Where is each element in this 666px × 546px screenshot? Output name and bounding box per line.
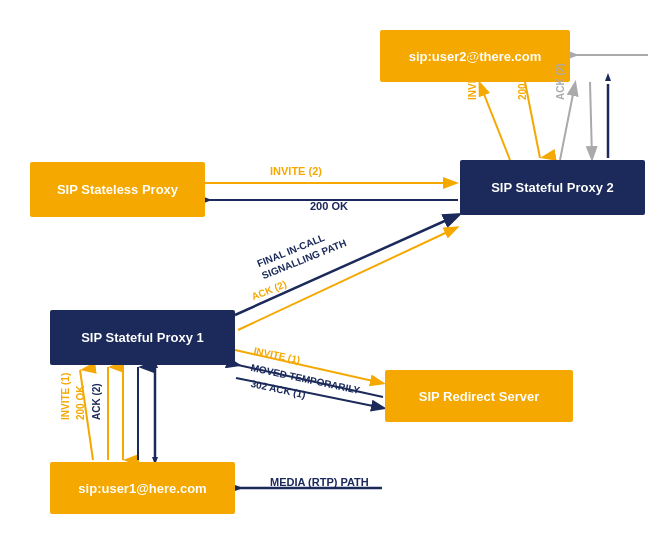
node-proxy-stateless: SIP Stateless Proxy (30, 162, 205, 217)
svg-marker-21 (605, 73, 611, 81)
node-proxy2: SIP Stateful Proxy 2 (460, 160, 645, 215)
label-200ok-vert: 200 OK (75, 386, 86, 420)
label-invite1-vert: INVITE (1) (60, 373, 71, 420)
label-ack2-vert-proxy2: ACK (2) (555, 63, 566, 100)
label-ack2-diag: ACK (2) (250, 278, 288, 302)
node-user1: sip:user1@here.com (50, 462, 235, 514)
label-200ok-vert-proxy2: 200 OK (517, 66, 528, 100)
label-media-rtp: MEDIA (RTP) PATH (270, 476, 369, 488)
label-200ok-horiz: 200 OK (310, 200, 348, 212)
label-invite2-horiz: INVITE (2) (270, 165, 322, 177)
label-invite2-vert: INVITE (2) (467, 53, 478, 100)
node-redirect: SIP Redirect Server (385, 370, 573, 422)
svg-line-5 (590, 82, 592, 158)
svg-line-2 (480, 84, 510, 160)
label-final-signalling: FINAL IN-CALLSIGNALLING PATH (255, 224, 348, 282)
node-proxy1: SIP Stateful Proxy 1 (50, 310, 235, 365)
label-invite1-diag: INVITE (1) (253, 345, 301, 366)
diagram: sip:user2@there.com SIP Stateful Proxy 2… (0, 0, 666, 546)
label-ack2-vert: ACK (2) (91, 383, 102, 420)
